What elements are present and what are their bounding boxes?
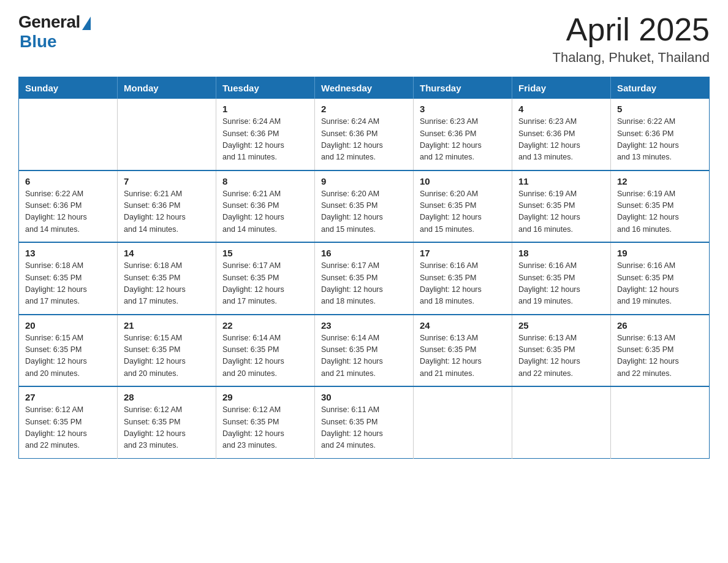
calendar-location: Thalang, Phuket, Thailand — [553, 50, 710, 66]
weekday-header-friday: Friday — [512, 77, 611, 99]
calendar-table: SundayMondayTuesdayWednesdayThursdayFrid… — [18, 77, 710, 459]
day-number: 5 — [617, 104, 703, 114]
day-number: 7 — [124, 176, 210, 186]
day-info: Sunrise: 6:14 AMSunset: 6:35 PMDaylight:… — [321, 332, 407, 380]
page-header: General Blue April 2025 Thalang, Phuket,… — [18, 12, 710, 66]
day-info: Sunrise: 6:23 AMSunset: 6:36 PMDaylight:… — [420, 116, 506, 164]
day-number: 3 — [420, 104, 506, 114]
logo-blue-text: Blue — [20, 32, 57, 52]
logo: General Blue — [18, 12, 91, 52]
week-row-3: 13Sunrise: 6:18 AMSunset: 6:35 PMDayligh… — [19, 242, 710, 315]
weekday-header-tuesday: Tuesday — [216, 77, 315, 99]
day-number: 29 — [222, 392, 308, 402]
day-number: 9 — [321, 176, 407, 186]
day-number: 8 — [222, 176, 308, 186]
calendar-cell: 23Sunrise: 6:14 AMSunset: 6:35 PMDayligh… — [315, 315, 414, 387]
calendar-cell: 19Sunrise: 6:16 AMSunset: 6:35 PMDayligh… — [611, 242, 710, 315]
calendar-cell: 12Sunrise: 6:19 AMSunset: 6:35 PMDayligh… — [611, 170, 710, 243]
day-info: Sunrise: 6:21 AMSunset: 6:36 PMDaylight:… — [124, 188, 210, 236]
day-number: 6 — [25, 176, 111, 186]
logo-general-text: General — [18, 12, 80, 32]
calendar-cell: 25Sunrise: 6:13 AMSunset: 6:35 PMDayligh… — [512, 315, 611, 387]
day-info: Sunrise: 6:13 AMSunset: 6:35 PMDaylight:… — [617, 332, 703, 380]
day-info: Sunrise: 6:16 AMSunset: 6:35 PMDaylight:… — [420, 260, 506, 308]
calendar-cell: 29Sunrise: 6:12 AMSunset: 6:35 PMDayligh… — [216, 386, 315, 458]
day-info: Sunrise: 6:24 AMSunset: 6:36 PMDaylight:… — [321, 116, 407, 164]
day-info: Sunrise: 6:17 AMSunset: 6:35 PMDaylight:… — [321, 260, 407, 308]
calendar-cell: 8Sunrise: 6:21 AMSunset: 6:36 PMDaylight… — [216, 170, 315, 243]
calendar-cell: 1Sunrise: 6:24 AMSunset: 6:36 PMDaylight… — [216, 99, 315, 170]
day-number: 18 — [518, 248, 604, 258]
day-info: Sunrise: 6:15 AMSunset: 6:35 PMDaylight:… — [124, 332, 210, 380]
day-info: Sunrise: 6:22 AMSunset: 6:36 PMDaylight:… — [25, 188, 111, 236]
calendar-cell: 13Sunrise: 6:18 AMSunset: 6:35 PMDayligh… — [19, 242, 118, 315]
calendar-cell: 5Sunrise: 6:22 AMSunset: 6:36 PMDaylight… — [611, 99, 710, 170]
day-number: 10 — [420, 176, 506, 186]
week-row-5: 27Sunrise: 6:12 AMSunset: 6:35 PMDayligh… — [19, 386, 710, 458]
calendar-cell: 6Sunrise: 6:22 AMSunset: 6:36 PMDaylight… — [19, 170, 118, 243]
day-info: Sunrise: 6:16 AMSunset: 6:35 PMDaylight:… — [518, 260, 604, 308]
day-number: 13 — [25, 248, 111, 258]
day-info: Sunrise: 6:17 AMSunset: 6:35 PMDaylight:… — [222, 260, 308, 308]
calendar-cell: 9Sunrise: 6:20 AMSunset: 6:35 PMDaylight… — [315, 170, 414, 243]
day-number: 12 — [617, 176, 703, 186]
day-info: Sunrise: 6:20 AMSunset: 6:35 PMDaylight:… — [420, 188, 506, 236]
day-number: 2 — [321, 104, 407, 114]
title-block: April 2025 Thalang, Phuket, Thailand — [553, 12, 710, 66]
day-number: 14 — [124, 248, 210, 258]
calendar-cell: 7Sunrise: 6:21 AMSunset: 6:36 PMDaylight… — [118, 170, 216, 243]
day-number: 19 — [617, 248, 703, 258]
calendar-cell: 15Sunrise: 6:17 AMSunset: 6:35 PMDayligh… — [216, 242, 315, 315]
calendar-cell: 30Sunrise: 6:11 AMSunset: 6:35 PMDayligh… — [315, 386, 414, 458]
logo-triangle-icon — [82, 17, 91, 30]
day-info: Sunrise: 6:24 AMSunset: 6:36 PMDaylight:… — [222, 116, 308, 164]
day-number: 24 — [420, 320, 506, 331]
day-number: 25 — [518, 320, 604, 331]
weekday-header-wednesday: Wednesday — [315, 77, 414, 99]
day-info: Sunrise: 6:15 AMSunset: 6:35 PMDaylight:… — [25, 332, 111, 380]
calendar-cell — [19, 99, 118, 170]
day-info: Sunrise: 6:12 AMSunset: 6:35 PMDaylight:… — [25, 404, 111, 452]
calendar-cell: 17Sunrise: 6:16 AMSunset: 6:35 PMDayligh… — [414, 242, 512, 315]
day-info: Sunrise: 6:13 AMSunset: 6:35 PMDaylight:… — [518, 332, 604, 380]
week-row-4: 20Sunrise: 6:15 AMSunset: 6:35 PMDayligh… — [19, 315, 710, 387]
day-info: Sunrise: 6:20 AMSunset: 6:35 PMDaylight:… — [321, 188, 407, 236]
day-number: 16 — [321, 248, 407, 258]
day-number: 21 — [124, 320, 210, 331]
day-number: 30 — [321, 392, 407, 402]
calendar-cell — [414, 386, 512, 458]
calendar-cell: 10Sunrise: 6:20 AMSunset: 6:35 PMDayligh… — [414, 170, 512, 243]
day-info: Sunrise: 6:18 AMSunset: 6:35 PMDaylight:… — [25, 260, 111, 308]
calendar-cell: 16Sunrise: 6:17 AMSunset: 6:35 PMDayligh… — [315, 242, 414, 315]
day-info: Sunrise: 6:18 AMSunset: 6:35 PMDaylight:… — [124, 260, 210, 308]
day-number: 17 — [420, 248, 506, 258]
weekday-header-monday: Monday — [118, 77, 216, 99]
day-number: 22 — [222, 320, 308, 331]
calendar-cell: 28Sunrise: 6:12 AMSunset: 6:35 PMDayligh… — [118, 386, 216, 458]
week-row-1: 1Sunrise: 6:24 AMSunset: 6:36 PMDaylight… — [19, 99, 710, 170]
day-info: Sunrise: 6:13 AMSunset: 6:35 PMDaylight:… — [420, 332, 506, 380]
day-info: Sunrise: 6:12 AMSunset: 6:35 PMDaylight:… — [222, 404, 308, 452]
week-row-2: 6Sunrise: 6:22 AMSunset: 6:36 PMDaylight… — [19, 170, 710, 243]
day-info: Sunrise: 6:11 AMSunset: 6:35 PMDaylight:… — [321, 404, 407, 452]
weekday-header-row: SundayMondayTuesdayWednesdayThursdayFrid… — [19, 77, 710, 99]
calendar-cell: 14Sunrise: 6:18 AMSunset: 6:35 PMDayligh… — [118, 242, 216, 315]
calendar-cell — [118, 99, 216, 170]
day-number: 11 — [518, 176, 604, 186]
calendar-cell: 18Sunrise: 6:16 AMSunset: 6:35 PMDayligh… — [512, 242, 611, 315]
day-info: Sunrise: 6:21 AMSunset: 6:36 PMDaylight:… — [222, 188, 308, 236]
day-info: Sunrise: 6:19 AMSunset: 6:35 PMDaylight:… — [518, 188, 604, 236]
weekday-header-sunday: Sunday — [19, 77, 118, 99]
day-number: 23 — [321, 320, 407, 331]
day-number: 15 — [222, 248, 308, 258]
calendar-cell: 3Sunrise: 6:23 AMSunset: 6:36 PMDaylight… — [414, 99, 512, 170]
day-number: 4 — [518, 104, 604, 114]
day-info: Sunrise: 6:16 AMSunset: 6:35 PMDaylight:… — [617, 260, 703, 308]
day-number: 20 — [25, 320, 111, 331]
calendar-cell: 21Sunrise: 6:15 AMSunset: 6:35 PMDayligh… — [118, 315, 216, 387]
calendar-cell: 27Sunrise: 6:12 AMSunset: 6:35 PMDayligh… — [19, 386, 118, 458]
calendar-cell: 2Sunrise: 6:24 AMSunset: 6:36 PMDaylight… — [315, 99, 414, 170]
day-number: 26 — [617, 320, 703, 331]
calendar-cell — [611, 386, 710, 458]
calendar-cell: 4Sunrise: 6:23 AMSunset: 6:36 PMDaylight… — [512, 99, 611, 170]
